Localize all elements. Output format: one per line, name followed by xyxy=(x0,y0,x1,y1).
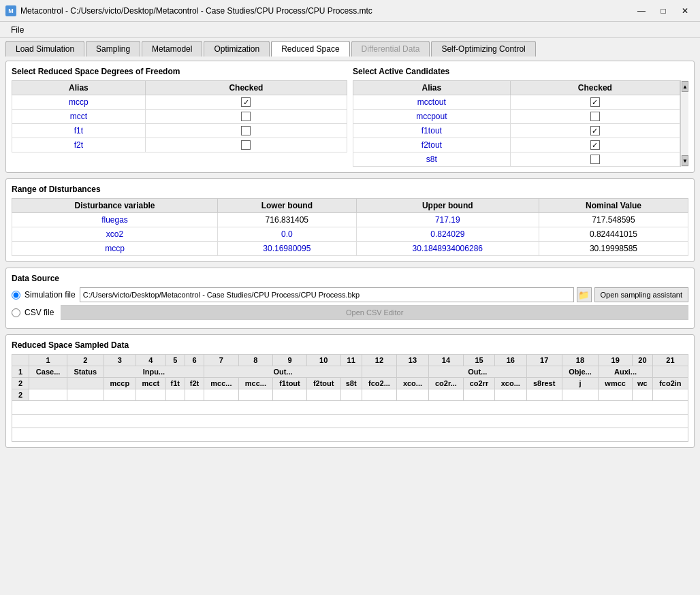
sampled-table-wrapper[interactable]: 1 2 3 4 5 6 7 8 9 10 11 12 13 14 xyxy=(12,354,688,442)
col-num-16: 16 xyxy=(494,355,526,366)
col-num-13: 13 xyxy=(397,355,429,366)
cand-alias-2: f1tout xyxy=(353,124,511,138)
checkbox-mccpout[interactable] xyxy=(590,112,600,121)
col-num-8: 8 xyxy=(238,355,273,366)
cell-2-1 xyxy=(29,389,67,401)
file-path-input[interactable] xyxy=(80,287,574,302)
col-n-wc: wc xyxy=(633,378,653,389)
minimize-button[interactable]: — xyxy=(632,4,651,18)
selection-panel: Select Reduced Space Degrees of Freedom … xyxy=(5,61,695,173)
range-col-lower: Lower bound xyxy=(218,199,357,213)
title-bar: M Metacontrol - C:/Users/victo/Desktop/M… xyxy=(0,0,700,22)
cand-check-2[interactable] xyxy=(510,124,680,138)
tab-sampling[interactable]: Sampling xyxy=(86,41,140,57)
range-col-variable: Disturbance variable xyxy=(12,199,218,213)
cell-2-21 xyxy=(652,389,688,401)
cell-2-12 xyxy=(362,389,396,401)
menu-file[interactable]: File xyxy=(5,24,29,36)
cell-2-10 xyxy=(306,389,340,401)
candidates-scrollbar[interactable]: ▲ ▼ xyxy=(680,80,688,167)
dof-alias-3: f2t xyxy=(12,138,146,152)
dof-alias-0: mccp xyxy=(12,95,146,110)
col-num-15: 15 xyxy=(464,355,495,366)
cell-2-15 xyxy=(464,389,495,401)
cell-2-20 xyxy=(633,389,653,401)
cand-check-4[interactable] xyxy=(510,152,680,167)
range-lower-0: 716.831405 xyxy=(218,213,357,227)
col-num-14: 14 xyxy=(428,355,463,366)
col-n-mcc1: mcc... xyxy=(204,378,239,389)
tab-self-optimizing[interactable]: Self-Optimizing Control xyxy=(431,41,535,57)
range-title: Range of Disturbances xyxy=(12,184,688,194)
col-num-9: 9 xyxy=(273,355,307,366)
sampled-table: 1 2 3 4 5 6 7 8 9 10 11 12 13 14 xyxy=(12,354,688,442)
maximize-button[interactable]: □ xyxy=(654,4,673,18)
tab-reduced-space[interactable]: Reduced Space xyxy=(271,41,349,57)
dof-table: Alias Checked mccp mcct xyxy=(12,80,347,152)
checkbox-mccp[interactable] xyxy=(241,97,251,107)
csv-radio[interactable] xyxy=(12,308,20,317)
col-n-co2rr: co2rr xyxy=(464,378,495,389)
table-row xyxy=(12,428,688,442)
dof-check-2[interactable] xyxy=(145,124,347,138)
checkbox-f2t[interactable] xyxy=(241,140,251,150)
sampled-data-title: Reduced Space Sampled Data xyxy=(12,340,688,350)
col-n-f1tout: f1tout xyxy=(273,378,307,389)
cell-2-4 xyxy=(136,389,166,401)
open-csv-button[interactable]: Open CSV Editor xyxy=(61,305,688,320)
cell-2-7 xyxy=(204,389,239,401)
col-n-fco2in: fco2in xyxy=(652,378,688,389)
csv-file-label: CSV file xyxy=(25,308,54,317)
checkbox-s8t[interactable] xyxy=(590,155,600,164)
col-num-21: 21 xyxy=(652,355,688,366)
cand-check-0[interactable] xyxy=(510,95,680,110)
data-source-panel: Data Source Simulation file 📁 Open sampl… xyxy=(5,268,695,329)
checkbox-f1tout[interactable] xyxy=(590,126,600,135)
scroll-up-arrow[interactable]: ▲ xyxy=(682,81,688,92)
tabs-bar: Load Simulation Sampling Metamodel Optim… xyxy=(0,38,700,57)
close-button[interactable]: ✕ xyxy=(675,4,695,18)
table-row: f2tout xyxy=(353,138,680,152)
row-2-header: 2 xyxy=(12,378,29,389)
range-upper-2: 30.1848934006286 xyxy=(356,242,539,256)
cand-check-3[interactable] xyxy=(510,138,680,152)
dof-check-0[interactable] xyxy=(145,95,347,110)
col-num-20: 20 xyxy=(633,355,653,366)
simulation-file-row: Simulation file 📁 Open sampling assistan… xyxy=(12,287,688,302)
cand-check-1[interactable] xyxy=(510,110,680,124)
col-n-xco2: xco... xyxy=(494,378,526,389)
checkbox-mcctout[interactable] xyxy=(590,97,600,107)
cand-col-alias: Alias xyxy=(353,81,511,95)
selection-panels-row: Select Reduced Space Degrees of Freedom … xyxy=(12,67,688,167)
dof-title: Select Reduced Space Degrees of Freedom xyxy=(12,67,347,76)
cand-alias-4: s8t xyxy=(353,152,511,167)
tab-load-simulation[interactable]: Load Simulation xyxy=(5,41,84,57)
simulation-radio[interactable] xyxy=(12,291,20,300)
tab-differential-data[interactable]: Differential Data xyxy=(351,41,430,57)
checkbox-f2tout[interactable] xyxy=(590,140,600,150)
candidates-panel: Select Active Candidates Alias Checked m… xyxy=(353,67,688,167)
table-row: 2 xyxy=(12,389,688,401)
col-h-blank2 xyxy=(397,366,429,378)
table-row: fluegas 716.831405 717.19 717.548595 xyxy=(12,213,688,227)
table-row: mcctout xyxy=(353,95,680,110)
dof-check-1[interactable] xyxy=(145,110,347,124)
cell-2-13 xyxy=(397,389,429,401)
tab-metamodel[interactable]: Metamodel xyxy=(142,41,202,57)
col-num-17: 17 xyxy=(526,355,562,366)
dof-check-3[interactable] xyxy=(145,138,347,152)
dof-alias-1: mcct xyxy=(12,110,146,124)
range-lower-2: 30.16980095 xyxy=(218,242,357,256)
cand-alias-1: mccpout xyxy=(353,110,511,124)
col-n-xco: xco... xyxy=(397,378,429,389)
col-h-out2: Out... xyxy=(428,366,526,378)
tab-optimization[interactable]: Optimization xyxy=(204,41,270,57)
open-sampling-button[interactable]: Open sampling assistant xyxy=(594,287,688,302)
checkbox-f1t[interactable] xyxy=(241,126,251,135)
checkbox-mcct[interactable] xyxy=(241,112,251,121)
scroll-down-arrow[interactable]: ▼ xyxy=(682,155,688,166)
col-h-obj: Obje... xyxy=(562,366,599,378)
dof-panel: Select Reduced Space Degrees of Freedom … xyxy=(12,67,347,167)
browse-button[interactable]: 📁 xyxy=(577,287,592,302)
table-row: xco2 0.0 0.824029 0.824441015 xyxy=(12,227,688,242)
